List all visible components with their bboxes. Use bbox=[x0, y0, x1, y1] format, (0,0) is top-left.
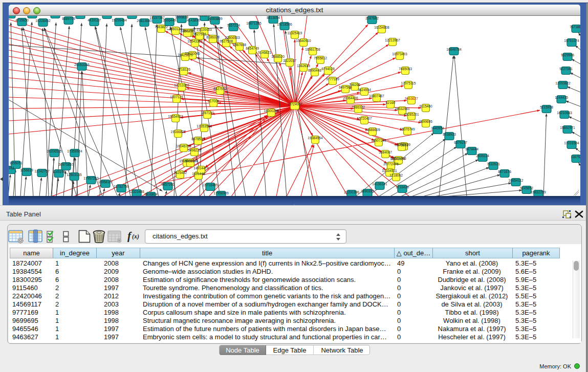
svg-text:8806804: 8806804 bbox=[144, 192, 158, 196]
svg-text:746266: 746266 bbox=[349, 83, 360, 86]
svg-text:3322037: 3322037 bbox=[283, 59, 296, 62]
svg-text:12503135: 12503135 bbox=[67, 173, 82, 177]
svg-text:1362615: 1362615 bbox=[297, 64, 310, 68]
svg-text:15409948: 15409948 bbox=[183, 159, 198, 163]
svg-text:1440954: 1440954 bbox=[431, 126, 444, 130]
svg-text:8186328: 8186328 bbox=[206, 35, 220, 39]
svg-text:10334531: 10334531 bbox=[382, 169, 397, 172]
svg-text:19299464: 19299464 bbox=[112, 18, 127, 22]
svg-text:4439167: 4439167 bbox=[88, 18, 101, 22]
svg-text:9527508: 9527508 bbox=[220, 39, 233, 43]
svg-text:19218506: 19218506 bbox=[277, 23, 292, 26]
svg-text:16648784: 16648784 bbox=[446, 48, 462, 51]
svg-text:22806503: 22806503 bbox=[225, 36, 240, 39]
svg-text:19166827: 19166827 bbox=[170, 130, 186, 134]
svg-text:9474444: 9474444 bbox=[465, 147, 478, 151]
svg-text:18724007: 18724007 bbox=[287, 102, 302, 106]
svg-text:617006: 617006 bbox=[208, 99, 219, 103]
svg-text:6794028: 6794028 bbox=[321, 67, 335, 71]
svg-text:30975857: 30975857 bbox=[58, 163, 74, 166]
svg-text:2967608: 2967608 bbox=[233, 43, 246, 47]
svg-text:12323448: 12323448 bbox=[129, 190, 144, 193]
svg-text:15716485: 15716485 bbox=[203, 183, 218, 187]
svg-text:1307126: 1307126 bbox=[170, 95, 183, 99]
svg-text:9115460: 9115460 bbox=[419, 104, 432, 108]
svg-text:16520746: 16520746 bbox=[391, 157, 406, 160]
svg-text:2087682: 2087682 bbox=[365, 16, 379, 20]
svg-text:4143890: 4143890 bbox=[187, 18, 200, 22]
svg-text:16053809: 16053809 bbox=[207, 17, 223, 20]
svg-text:9457291: 9457291 bbox=[161, 183, 175, 186]
svg-text:7625402: 7625402 bbox=[173, 171, 187, 174]
svg-text:19285201: 19285201 bbox=[404, 113, 419, 116]
svg-text:20053346: 20053346 bbox=[74, 63, 90, 67]
svg-text:15076749: 15076749 bbox=[400, 127, 415, 131]
svg-text:8471676: 8471676 bbox=[498, 170, 511, 173]
svg-text:f: f bbox=[127, 230, 132, 242]
svg-text:18907249: 18907249 bbox=[371, 139, 386, 142]
svg-text:15640910: 15640910 bbox=[296, 39, 311, 42]
svg-text:3911: 3911 bbox=[9, 166, 14, 170]
svg-text:7955812: 7955812 bbox=[314, 56, 327, 60]
svg-text:1588520: 1588520 bbox=[271, 55, 285, 58]
svg-text:8938923: 8938923 bbox=[443, 133, 456, 136]
svg-text:6357277: 6357277 bbox=[181, 29, 194, 33]
svg-text:15692971: 15692971 bbox=[560, 126, 575, 129]
svg-text:3267150: 3267150 bbox=[201, 111, 214, 115]
svg-text:19654923: 19654923 bbox=[168, 115, 183, 118]
svg-text:17957253: 17957253 bbox=[83, 177, 99, 180]
svg-text:1145194: 1145194 bbox=[52, 170, 66, 173]
svg-text:9463627: 9463627 bbox=[405, 97, 418, 100]
svg-text:1218062: 1218062 bbox=[389, 173, 403, 177]
svg-text:8990448: 8990448 bbox=[308, 69, 321, 72]
svg-text:14136141: 14136141 bbox=[372, 182, 387, 186]
svg-text:16671355: 16671355 bbox=[246, 21, 262, 25]
svg-text:10958117: 10958117 bbox=[98, 180, 113, 184]
svg-text:12242757: 12242757 bbox=[34, 169, 50, 173]
svg-text:16154808: 16154808 bbox=[374, 26, 389, 29]
svg-text:2718126: 2718126 bbox=[177, 68, 190, 71]
svg-text:23226053: 23226053 bbox=[197, 28, 212, 31]
svg-text:7357224: 7357224 bbox=[227, 24, 240, 27]
svg-text:13353594: 13353594 bbox=[197, 124, 212, 128]
svg-text:10654112: 10654112 bbox=[509, 179, 524, 182]
svg-text:18300295: 18300295 bbox=[264, 109, 279, 113]
svg-text:11325419: 11325419 bbox=[288, 31, 302, 35]
svg-text:9329966: 9329966 bbox=[561, 53, 574, 57]
svg-text:14914479: 14914479 bbox=[193, 166, 209, 170]
svg-text:20772475: 20772475 bbox=[383, 162, 399, 166]
svg-text:12975115: 12975115 bbox=[401, 81, 416, 85]
svg-text:19832259: 19832259 bbox=[531, 190, 546, 194]
svg-text:9699695: 9699695 bbox=[419, 120, 432, 123]
svg-text:10228452: 10228452 bbox=[35, 19, 51, 23]
svg-text:21200396: 21200396 bbox=[344, 190, 359, 194]
svg-text:12093822: 12093822 bbox=[555, 81, 571, 85]
svg-text:16782759: 16782759 bbox=[114, 185, 129, 188]
svg-text:12213967: 12213967 bbox=[385, 38, 400, 42]
svg-text:7386322: 7386322 bbox=[352, 105, 365, 109]
svg-text:10973493: 10973493 bbox=[392, 52, 407, 56]
svg-text:16961758: 16961758 bbox=[305, 48, 320, 51]
svg-text:7675692: 7675692 bbox=[395, 143, 408, 147]
svg-text:4735650: 4735650 bbox=[15, 18, 29, 22]
svg-text:8813054: 8813054 bbox=[267, 16, 280, 19]
svg-text:116753: 116753 bbox=[571, 155, 580, 159]
svg-text:16543362: 16543362 bbox=[187, 39, 203, 43]
svg-text:9245652: 9245652 bbox=[520, 186, 533, 190]
svg-text:9777169: 9777169 bbox=[326, 77, 339, 81]
svg-text:8454749: 8454749 bbox=[246, 47, 259, 50]
svg-text:24425670: 24425670 bbox=[178, 53, 193, 57]
svg-text:20813640: 20813640 bbox=[137, 19, 152, 23]
svg-text:10807487: 10807487 bbox=[369, 94, 384, 98]
svg-text:9227341: 9227341 bbox=[559, 67, 573, 71]
svg-text:1733426: 1733426 bbox=[396, 185, 409, 189]
svg-text:1655051: 1655051 bbox=[9, 161, 23, 165]
svg-text:20364436: 20364436 bbox=[343, 96, 358, 100]
svg-text:10688609: 10688609 bbox=[365, 128, 380, 132]
svg-text:17016504: 17016504 bbox=[564, 141, 579, 145]
svg-text:1244415: 1244415 bbox=[555, 96, 568, 99]
svg-text:62160: 62160 bbox=[386, 101, 396, 104]
svg-text:17359924: 17359924 bbox=[67, 149, 82, 153]
svg-text:2935114: 2935114 bbox=[476, 154, 489, 158]
svg-text:1691446: 1691446 bbox=[192, 172, 205, 176]
